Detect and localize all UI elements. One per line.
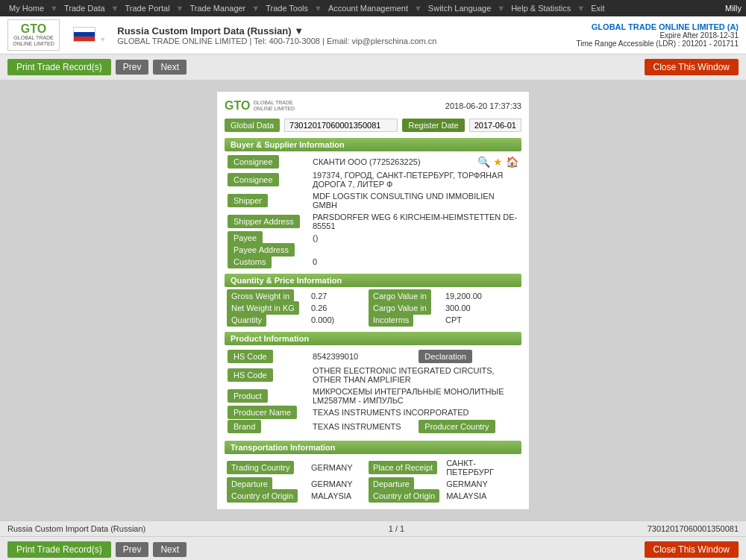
buyer-supplier-header: Buyer & Supplier Information (225, 138, 521, 151)
table-row: Trading Country GERMANY Place of Receipt… (225, 457, 521, 478)
close-button[interactable]: Close This Window (645, 59, 739, 75)
table-row: Product МИКРОСХЕМЫ ИНТЕГРАЛЬНЫЕ МОНОЛИТН… (225, 386, 521, 406)
product-table: HS Code 8542399010 Declaration HS Code O… (225, 348, 521, 435)
incoterms-label: Incoterms (369, 313, 413, 327)
producer-country-button: Producer Country (419, 420, 495, 433)
incoterms-value: CPT (441, 314, 521, 326)
payee-address-value (307, 244, 521, 256)
global-data-row: Global Data 73012017060001350081 Registe… (225, 119, 521, 132)
table-row: Departure GERMANY Departure GERMANY (225, 478, 521, 490)
register-date-value: 2017-06-01 (469, 119, 521, 132)
brand-value: TEXAS INSTRUMENTS (307, 418, 416, 435)
time-range: Time Range Accessible (LDR) : 201201 - 2… (576, 40, 739, 48)
logo-area: GTO GLOBAL TRADEONLINE LIMITED ▼ (7, 19, 106, 51)
nav-accountmgmt[interactable]: Account Management (324, 4, 413, 13)
table-row: Payee Address (225, 244, 521, 256)
declaration-button[interactable]: Declaration (419, 350, 472, 363)
bottom-toolbar: Print Trade Record(s) Prev Next Close Th… (0, 536, 746, 560)
account-name: GLOBAL TRADE ONLINE LIMITED (A) (576, 22, 739, 31)
nav-tradedata[interactable]: Trade Data (60, 4, 110, 13)
record-content: GTO GLOBAL TRADEONLINE LIMITED 2018-06-2… (216, 91, 530, 510)
table-row: Producer Name TEXAS INSTRUMENTS INCORPOR… (225, 406, 521, 418)
consignee-address-label: Consignee (228, 173, 279, 186)
place-of-receipt-value: САНКТ-ПЕТЕРБУРГ (442, 457, 521, 478)
global-data-label: Global Data (225, 119, 280, 132)
country-origin-value: MALAYSIA (307, 490, 366, 502)
table-row: Shipper Address PARSDORFER WEG 6 KIRCHEI… (225, 211, 521, 232)
footer-middle: 1 / 1 (389, 524, 404, 533)
nav-tradeportal[interactable]: Trade Portal (120, 4, 174, 13)
page-header: GTO GLOBAL TRADEONLINE LIMITED ▼ Russia … (0, 16, 746, 54)
table-row: HS Code 8542399010 Declaration (225, 348, 521, 365)
customs-value: 0 (307, 256, 521, 268)
bottom-close-button[interactable]: Close This Window (645, 541, 739, 558)
nav-exit[interactable]: Exit (586, 4, 609, 13)
producer-name-value: TEXAS INSTRUMENTS INCORPORATED (307, 406, 521, 418)
nav-trademanager[interactable]: Trade Manager (185, 4, 250, 13)
prev-button[interactable]: Prev (116, 60, 149, 75)
shipper-value: MDF LOGSTIK CONSULTING UND IMMOBILIEN GM… (307, 190, 521, 211)
global-data-value: 73012017060001350081 (284, 119, 398, 132)
transportation-table: Trading Country GERMANY Place of Receipt… (225, 457, 521, 502)
record-header: GTO GLOBAL TRADEONLINE LIMITED 2018-06-2… (225, 99, 521, 113)
consignee-address-value: 197374, ГОРОД, САНКТ-ПЕТЕРБУРГ, ТОРФЯНАЯ… (307, 169, 521, 190)
hs-code2-label: HS Code (228, 368, 273, 382)
table-row: Brand TEXAS INSTRUMENTS Producer Country (225, 418, 521, 435)
hs-code2-value: OTHER ELECTRONIC INTEGRATED CIRCUITS, OT… (307, 365, 521, 386)
page-title: Russia Custom Import Data (Russian) ▼ (117, 25, 576, 37)
nav-myhome[interactable]: My Home (4, 4, 48, 13)
record-datetime: 2018-06-20 17:37:33 (445, 101, 521, 110)
expire-date: Expire After 2018-12-31 (576, 31, 739, 40)
quantity-price-table: Gross Weight in 0.27 Cargo Value in 19,2… (225, 290, 521, 326)
table-row: Net Weight in KG 0.26 Cargo Value in 300… (225, 302, 521, 314)
customs-label: Customs (228, 255, 272, 268)
table-row: Country of Origin MALAYSIA Country of Or… (225, 490, 521, 502)
home-icon[interactable]: 🏠 (506, 156, 518, 168)
cargo-value-in-value: 19,200.00 (441, 290, 521, 302)
page-footer: Russia Custom Import Data (Russian) 1 / … (0, 520, 746, 536)
product-label: Product (228, 389, 268, 403)
country-origin2-label: Country of Origin (369, 489, 439, 503)
nav-tradetools[interactable]: Trade Tools (261, 4, 313, 13)
net-weight-value: 0.26 (307, 302, 366, 314)
next-button[interactable]: Next (153, 60, 186, 75)
hs-code-value: 8542399010 (307, 348, 416, 365)
bottom-next-button[interactable]: Next (153, 542, 186, 557)
account-info: GLOBAL TRADE ONLINE LIMITED (A) Expire A… (576, 22, 739, 48)
footer-left: Russia Custom Import Data (Russian) (7, 524, 145, 533)
table-row: HS Code OTHER ELECTRONIC INTEGRATED CIRC… (225, 365, 521, 386)
place-of-receipt-label: Place of Receipt (369, 461, 437, 474)
table-row: Quantity 0.000) Incoterms CPT (225, 314, 521, 326)
departure2-value: GERMANY (442, 478, 521, 490)
print-button[interactable]: Print Trade Record(s) (7, 59, 111, 75)
transportation-header: Transportation Information (225, 441, 521, 454)
quantity-value: 0.000) (307, 314, 366, 326)
payee-value: () (307, 232, 521, 244)
shipper-address-value: PARSDORFER WEG 6 KIRCHEIM-HEIMSTETTEN DE… (307, 211, 521, 232)
shipper-address-label: Shipper Address (228, 215, 300, 228)
product-value: МИКРОСХЕМЫ ИНТЕГРАЛЬНЫЕ МОНОЛИТНЫЕ LM258… (307, 386, 521, 406)
producer-name-label: Producer Name (228, 406, 297, 419)
cargo-value-value: 300.00 (441, 302, 521, 314)
shipper-label: Shipper (228, 194, 268, 207)
table-row: Gross Weight in 0.27 Cargo Value in 19,2… (225, 290, 521, 302)
country-flag: ▼ (73, 27, 106, 44)
top-navigation: My Home ▼ Trade Data ▼ Trade Portal ▼ Tr… (0, 0, 746, 16)
trading-country-label: Trading Country (227, 461, 294, 474)
buyer-supplier-table: Consignee СКАНТИ ООО (7725263225) 🔍 ★ 🏠 … (225, 154, 521, 268)
consignee-label: Consignee (228, 155, 279, 169)
trading-country-value: GERMANY (307, 457, 366, 478)
search-icon[interactable]: 🔍 (477, 156, 490, 168)
nav-help[interactable]: Help & Statistics (507, 4, 575, 13)
bottom-prev-button[interactable]: Prev (116, 542, 149, 557)
contact-info: GLOBAL TRADE ONLINE LIMITED | Tel: 400-7… (117, 37, 576, 45)
nav-switchlang[interactable]: Switch Language (424, 4, 495, 13)
flag-dropdown-arrow[interactable]: ▼ (99, 36, 106, 43)
departure-value: GERMANY (307, 478, 366, 490)
footer-right: 73012017060001350081 (648, 524, 739, 533)
bottom-print-button[interactable]: Print Trade Record(s) (7, 541, 111, 558)
brand-label: Brand (228, 420, 261, 433)
star-icon[interactable]: ★ (493, 156, 503, 168)
quantity-label: Quantity (227, 313, 266, 327)
logo: GTO GLOBAL TRADEONLINE LIMITED (7, 19, 60, 51)
